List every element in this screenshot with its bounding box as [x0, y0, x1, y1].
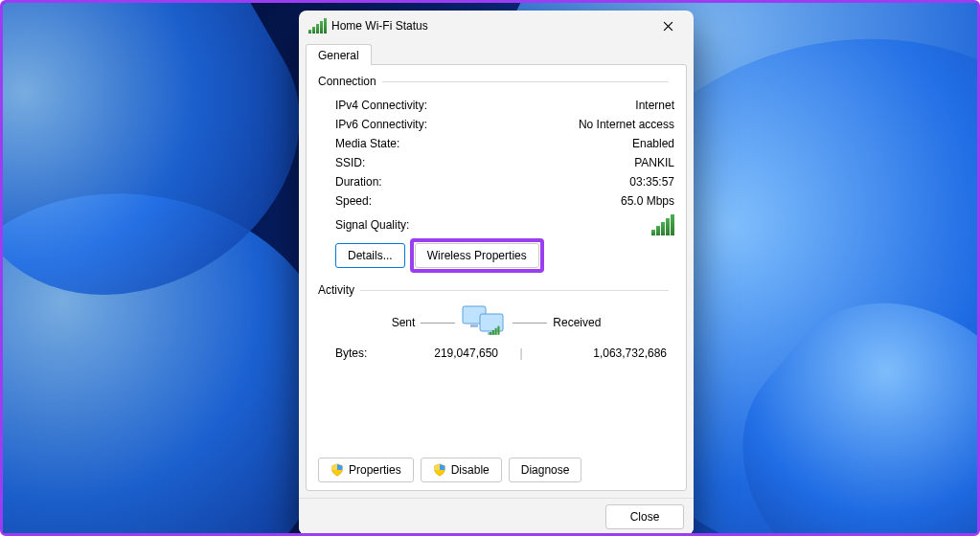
- bytes-label: Bytes:: [335, 346, 402, 360]
- ssid-value: PANKIL: [634, 156, 674, 169]
- wireless-properties-button[interactable]: Wireless Properties: [415, 243, 539, 268]
- sent-label: Sent: [392, 316, 416, 329]
- window-title: Home Wi-Fi Status: [331, 19, 648, 33]
- title-bar[interactable]: Home Wi-Fi Status: [299, 11, 694, 41]
- wifi-status-dialog: Home Wi-Fi Status General Connection IPv…: [299, 11, 694, 535]
- diagnose-button[interactable]: Diagnose: [509, 458, 582, 482]
- ipv4-label: IPv4 Connectivity:: [335, 99, 427, 112]
- window-close-button[interactable]: [648, 12, 688, 39]
- activity-monitors-icon: [461, 304, 507, 341]
- media-state-value: Enabled: [632, 137, 674, 150]
- received-label: Received: [553, 316, 601, 329]
- svg-rect-2: [470, 324, 478, 327]
- signal-quality-icon: [651, 214, 674, 235]
- uac-shield-icon: [330, 463, 344, 477]
- ipv6-value: No Internet access: [579, 118, 674, 131]
- svg-rect-6: [495, 328, 497, 335]
- wireless-properties-highlight: Wireless Properties: [415, 243, 539, 268]
- media-state-label: Media State:: [335, 137, 399, 150]
- dialog-footer: Close: [299, 498, 694, 535]
- svg-rect-4: [490, 332, 491, 335]
- details-button[interactable]: Details...: [335, 243, 405, 268]
- tab-panel-general: Connection IPv4 Connectivity:Internet IP…: [306, 64, 687, 491]
- ipv4-value: Internet: [635, 99, 674, 112]
- duration-value: 03:35:57: [629, 175, 674, 189]
- duration-label: Duration:: [335, 175, 382, 189]
- tab-general[interactable]: General: [306, 44, 372, 65]
- speed-label: Speed:: [335, 194, 372, 208]
- ipv6-label: IPv6 Connectivity:: [335, 118, 427, 131]
- signal-quality-label: Signal Quality:: [335, 218, 409, 232]
- connection-group: Connection IPv4 Connectivity:Internet IP…: [318, 75, 674, 276]
- close-icon: [663, 21, 673, 32]
- svg-rect-5: [492, 330, 494, 335]
- svg-rect-7: [498, 326, 500, 335]
- close-button[interactable]: Close: [605, 504, 684, 529]
- disable-button-label: Disable: [451, 463, 490, 477]
- desktop-background: Home Wi-Fi Status General Connection IPv…: [0, 0, 980, 536]
- ssid-label: SSID:: [335, 156, 365, 169]
- properties-button-label: Properties: [349, 463, 401, 477]
- wifi-signal-icon: [308, 18, 324, 34]
- activity-heading: Activity: [318, 283, 354, 297]
- speed-value: 65.0 Mbps: [621, 194, 674, 208]
- disable-button[interactable]: Disable: [421, 458, 502, 482]
- bytes-sent-value: 219,047,650: [402, 346, 498, 360]
- tab-strip: General: [299, 41, 694, 64]
- bytes-received-value: 1,063,732,686: [544, 346, 674, 360]
- divider: |: [498, 346, 544, 360]
- connection-heading: Connection: [318, 75, 376, 88]
- uac-shield-icon: [433, 463, 446, 477]
- properties-button[interactable]: Properties: [318, 458, 414, 482]
- activity-group: Activity Sent Received: [318, 283, 674, 364]
